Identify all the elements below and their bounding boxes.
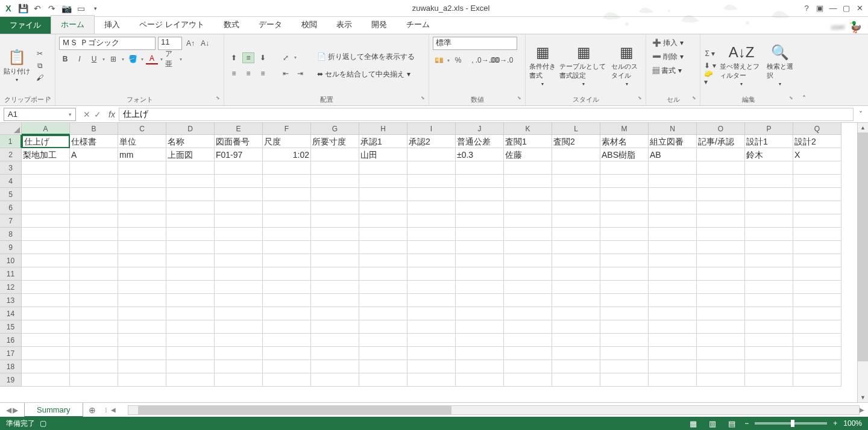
cell-K13[interactable]: [504, 294, 552, 307]
cell-B1[interactable]: 仕様書: [70, 135, 118, 148]
cell-I12[interactable]: [407, 281, 456, 294]
cell-K18[interactable]: [504, 360, 552, 373]
conditional-format-button[interactable]: ▦条件付き書式▾: [529, 44, 556, 87]
cell-N6[interactable]: [649, 201, 697, 214]
cell-O4[interactable]: [697, 175, 745, 188]
cell-E4[interactable]: [215, 175, 263, 188]
cell-F17[interactable]: [263, 347, 311, 360]
cell-G1[interactable]: 所要寸度: [311, 135, 359, 148]
cell-O6[interactable]: [697, 201, 745, 214]
zoom-slider[interactable]: [755, 422, 827, 425]
border-icon[interactable]: ⊞: [107, 54, 119, 64]
cell-L12[interactable]: [552, 281, 600, 294]
cell-F5[interactable]: [263, 188, 311, 201]
zoom-level[interactable]: 100%: [843, 419, 862, 428]
tab-home[interactable]: ホーム: [51, 15, 95, 34]
align-center-icon[interactable]: ≡: [242, 68, 254, 79]
cell-B3[interactable]: [70, 161, 118, 175]
cell-G16[interactable]: [311, 334, 359, 347]
cell-I16[interactable]: [407, 334, 456, 347]
cell-D5[interactable]: [166, 188, 215, 201]
col-head-P[interactable]: P: [745, 123, 793, 135]
cell-A4[interactable]: [22, 175, 70, 188]
cell-I5[interactable]: [407, 188, 456, 201]
camera-icon[interactable]: 📷: [60, 2, 72, 14]
cell-Q15[interactable]: [793, 320, 841, 334]
cell-L18[interactable]: [552, 360, 600, 373]
cell-P5[interactable]: [745, 188, 793, 201]
percent-icon[interactable]: %: [452, 55, 464, 66]
cell-E9[interactable]: [215, 241, 263, 254]
font-color-icon[interactable]: A: [146, 54, 158, 64]
cell-N7[interactable]: [649, 214, 697, 228]
col-head-G[interactable]: G: [311, 123, 359, 135]
new-icon[interactable]: ▭: [75, 2, 87, 14]
cell-E8[interactable]: [215, 228, 263, 241]
cell-H1[interactable]: 承認1: [359, 135, 407, 148]
col-head-N[interactable]: N: [649, 123, 697, 135]
cell-B19[interactable]: [70, 373, 118, 387]
save-icon[interactable]: 💾: [17, 2, 29, 14]
cell-I13[interactable]: [407, 294, 456, 307]
cell-H12[interactable]: [359, 281, 407, 294]
cell-L19[interactable]: [552, 373, 600, 387]
cell-B7[interactable]: [70, 214, 118, 228]
font-size-select[interactable]: 11: [158, 37, 182, 50]
cell-I3[interactable]: [407, 161, 456, 175]
cell-B17[interactable]: [70, 347, 118, 360]
cell-B2[interactable]: A: [70, 148, 118, 161]
col-head-I[interactable]: I: [407, 123, 456, 135]
cell-Q17[interactable]: [793, 347, 841, 360]
cell-N9[interactable]: [649, 241, 697, 254]
paste-button[interactable]: 📋貼り付け▾: [4, 49, 30, 83]
col-head-E[interactable]: E: [215, 123, 263, 135]
cell-E5[interactable]: [215, 188, 263, 201]
cell-C8[interactable]: [118, 228, 166, 241]
tab-team[interactable]: チーム: [397, 16, 439, 34]
cell-I14[interactable]: [407, 307, 456, 320]
cell-I4[interactable]: [407, 175, 456, 188]
cell-O18[interactable]: [697, 360, 745, 373]
cell-A11[interactable]: [22, 267, 70, 281]
qat-dropdown-icon[interactable]: ▾: [89, 2, 101, 14]
cell-K5[interactable]: [504, 188, 552, 201]
tab-nav-next-icon[interactable]: ▶: [13, 406, 18, 414]
help-icon[interactable]: ?: [800, 2, 813, 14]
orientation-icon[interactable]: ⤢: [280, 52, 292, 63]
cell-G7[interactable]: [311, 214, 359, 228]
cell-M16[interactable]: [600, 334, 649, 347]
cell-K16[interactable]: [504, 334, 552, 347]
cell-E7[interactable]: [215, 214, 263, 228]
cell-A14[interactable]: [22, 307, 70, 320]
cell-L7[interactable]: [552, 214, 600, 228]
cell-I17[interactable]: [407, 347, 456, 360]
cell-K3[interactable]: [504, 161, 552, 175]
cell-P3[interactable]: [745, 161, 793, 175]
number-format-select[interactable]: 標準: [433, 37, 517, 50]
row-head-13[interactable]: 13: [0, 294, 22, 307]
cell-A7[interactable]: [22, 214, 70, 228]
cell-D3[interactable]: [166, 161, 215, 175]
cell-L14[interactable]: [552, 307, 600, 320]
font-name-select[interactable]: ＭＳ Ｐゴシック: [59, 37, 156, 50]
cell-H11[interactable]: [359, 267, 407, 281]
cell-H13[interactable]: [359, 294, 407, 307]
cell-L16[interactable]: [552, 334, 600, 347]
cell-I9[interactable]: [407, 241, 456, 254]
tab-view[interactable]: 表示: [327, 16, 362, 34]
col-head-H[interactable]: H: [359, 123, 407, 135]
cell-J9[interactable]: [456, 241, 504, 254]
cell-G10[interactable]: [311, 254, 359, 267]
cell-Q12[interactable]: [793, 281, 841, 294]
cell-A8[interactable]: [22, 228, 70, 241]
col-head-F[interactable]: F: [263, 123, 311, 135]
cell-D9[interactable]: [166, 241, 215, 254]
cell-F4[interactable]: [263, 175, 311, 188]
tab-pagelayout[interactable]: ページ レイアウト: [130, 16, 214, 34]
decrease-indent-icon[interactable]: ⇤: [280, 68, 292, 79]
cell-I8[interactable]: [407, 228, 456, 241]
cell-G4[interactable]: [311, 175, 359, 188]
cell-I2[interactable]: [407, 148, 456, 161]
cancel-formula-icon[interactable]: ✕: [83, 110, 90, 119]
cell-D8[interactable]: [166, 228, 215, 241]
